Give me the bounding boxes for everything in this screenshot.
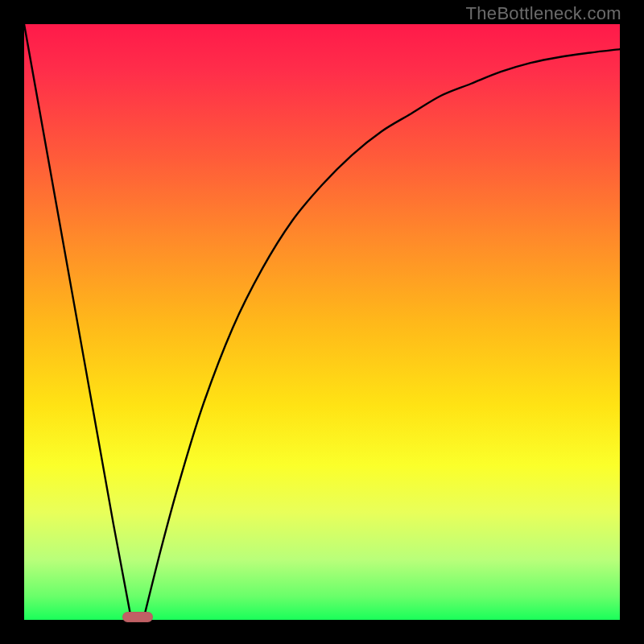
bottleneck-marker <box>122 612 153 622</box>
plot-area <box>24 24 620 620</box>
chart-frame: TheBottleneck.com <box>0 0 644 644</box>
watermark-text: TheBottleneck.com <box>466 3 621 24</box>
curve-right-branch <box>143 49 620 620</box>
curve-left-branch <box>24 24 131 620</box>
bottleneck-curve <box>24 24 620 620</box>
